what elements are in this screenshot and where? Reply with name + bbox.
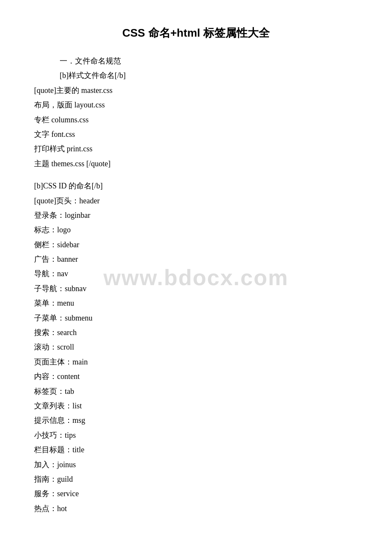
css-id-label: [b]CSS ID 的命名[/b]: [34, 179, 358, 193]
search-item: 搜索：search: [34, 326, 358, 339]
section1-heading: 一．文件命名规范: [60, 54, 358, 68]
layout-css: 布局，版面 layout.css: [34, 98, 358, 112]
service-item: 服务：service: [34, 487, 358, 500]
quote-start-text: [quote]主要的 master.css: [34, 86, 112, 95]
loginbar-item: 登录条：loginbar: [34, 208, 358, 222]
style-files-label: [b]样式文件命名[/b]: [60, 69, 358, 82]
columns-css: 专栏 columns.css: [34, 113, 358, 127]
css-id-quote-start: [quote]页头：header: [34, 194, 358, 208]
guild-item: 指南：guild: [34, 472, 358, 486]
tab-item: 标签页：tab: [34, 384, 358, 398]
menu-item: 菜单：menu: [34, 296, 358, 310]
list-item: 文章列表：list: [34, 399, 358, 413]
sidebar-item: 侧栏：sidebar: [34, 238, 358, 251]
quote-start-1: [quote]主要的 master.css: [34, 84, 358, 97]
scroll-item: 滚动：scroll: [34, 340, 358, 354]
main-item: 页面主体：main: [34, 355, 358, 369]
subnav-item: 子导航：subnav: [34, 282, 358, 295]
themes-css: 主题 themes.css [/quote]: [34, 157, 358, 171]
msg-item: 提示信息：msg: [34, 413, 358, 427]
submenu-item: 子菜单：submenu: [34, 311, 358, 325]
print-css: 打印样式 print.css: [34, 142, 358, 156]
title-item: 栏目标题：title: [34, 443, 358, 457]
font-css: 文字 font.css: [34, 127, 358, 141]
banner-item: 广告：banner: [34, 252, 358, 266]
joinus-item: 加入：joinus: [34, 458, 358, 471]
tips-item: 小技巧：tips: [34, 428, 358, 442]
logo-item: 标志：logo: [34, 223, 358, 237]
nav-item: 导航：nav: [34, 267, 358, 280]
hot-item: 热点：hot: [34, 502, 358, 515]
page-title: CSS 命名+html 标签属性大全: [34, 26, 358, 40]
content-item: 内容：content: [34, 370, 358, 383]
